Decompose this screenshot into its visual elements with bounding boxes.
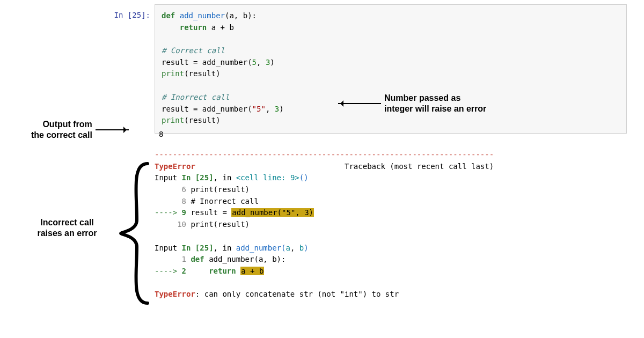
tb-highlight: a + b bbox=[240, 267, 264, 275]
kw-def: def bbox=[162, 11, 180, 20]
prompt-num: 25 bbox=[132, 11, 141, 19]
traceback-label: Traceback (most recent call last) bbox=[345, 162, 494, 171]
annotation-line: Incorrect call bbox=[19, 217, 115, 228]
annotation-line: integer will raise an error bbox=[384, 104, 486, 114]
arrow-right-icon bbox=[96, 129, 129, 130]
tb-text: add_number(a, b): bbox=[204, 255, 286, 263]
annotation-integer-error: Number passed as integer will raise an e… bbox=[338, 93, 486, 114]
line-num: 1 bbox=[182, 255, 186, 263]
error-message: : can only concatenate str (not "int") t… bbox=[195, 290, 399, 298]
tb-text: , in bbox=[214, 244, 236, 252]
annotation-text: Number passed as integer will raise an e… bbox=[384, 93, 486, 114]
fn-name: add_number bbox=[180, 11, 225, 20]
tb-fn: add_number bbox=[236, 244, 281, 252]
stdout-output: 8 bbox=[159, 130, 163, 138]
traceback-divider: ----------------------------------------… bbox=[155, 150, 494, 159]
annotation-error-raised: Incorrect call raises an error bbox=[19, 217, 115, 239]
tb-text: result = bbox=[186, 208, 231, 217]
prompt-close: ]: bbox=[141, 11, 150, 19]
num-literal: 3 bbox=[275, 105, 279, 113]
error-name: TypeError bbox=[155, 290, 195, 298]
annotation-line: Number passed as bbox=[384, 93, 486, 104]
kw-return: return bbox=[180, 23, 207, 32]
annotation-line: the correct call bbox=[31, 130, 92, 141]
prompt-in: In [ bbox=[114, 11, 133, 19]
tb-text: () bbox=[299, 173, 309, 182]
code-text: (a, b): bbox=[225, 11, 257, 20]
code-text: result = add_number( bbox=[162, 105, 252, 113]
kw-def: def bbox=[186, 255, 204, 263]
code-text: ) bbox=[270, 58, 274, 67]
tb-text: print(result) bbox=[186, 185, 250, 194]
kw-return: return bbox=[186, 267, 240, 275]
tb-arg: b bbox=[299, 244, 304, 252]
comment: # Correct call bbox=[162, 46, 225, 55]
tb-in-ref: In [25] bbox=[182, 244, 214, 252]
annotation-text: Output from the correct call bbox=[31, 119, 92, 141]
tb-text: , bbox=[290, 244, 299, 252]
error-name: TypeError bbox=[155, 162, 195, 171]
curly-brace-icon bbox=[115, 161, 153, 306]
builtin-print: print bbox=[162, 69, 184, 78]
input-prompt: In [25]: bbox=[105, 11, 150, 19]
code-text: , bbox=[257, 58, 266, 67]
tb-text: ) bbox=[304, 244, 308, 252]
annotation-line: raises an error bbox=[19, 228, 115, 239]
line-num: 10 bbox=[177, 220, 186, 229]
annotation-line: Output from bbox=[31, 119, 92, 130]
line-num: 2 bbox=[182, 267, 186, 275]
num-literal: 5 bbox=[252, 58, 257, 67]
tb-arrow: ----> bbox=[155, 267, 182, 275]
code-text: (result) bbox=[184, 116, 220, 124]
tb-text: Input bbox=[155, 173, 182, 182]
line-num: 8 bbox=[182, 197, 186, 205]
code-text: a + b bbox=[207, 23, 234, 32]
annotation-correct-output: Output from the correct call bbox=[31, 119, 129, 141]
line-num: 6 bbox=[182, 185, 186, 194]
arrow-left-icon bbox=[338, 103, 381, 104]
tb-arrow: ----> bbox=[155, 208, 182, 217]
code-text: result = add_number( bbox=[162, 58, 252, 67]
traceback: ----------------------------------------… bbox=[155, 149, 621, 300]
builtin-print: print bbox=[162, 116, 184, 124]
str-literal: "5" bbox=[252, 105, 266, 113]
code-text: ) bbox=[279, 105, 283, 113]
tb-highlight: add_number("5", 3) bbox=[231, 208, 314, 217]
tb-text: print(result) bbox=[186, 220, 250, 229]
tb-arg: a bbox=[286, 244, 290, 252]
tb-text: , in bbox=[214, 173, 236, 182]
code-text: (result) bbox=[184, 69, 220, 78]
tb-location: <cell line: 9> bbox=[236, 173, 299, 182]
code-text: , bbox=[266, 105, 275, 113]
tb-in-ref: In [25] bbox=[182, 173, 214, 182]
tb-text: # Inorrect call bbox=[186, 197, 259, 205]
line-num: 9 bbox=[182, 208, 186, 217]
comment: # Inorrect call bbox=[162, 93, 229, 101]
tb-text: Input bbox=[155, 244, 182, 252]
